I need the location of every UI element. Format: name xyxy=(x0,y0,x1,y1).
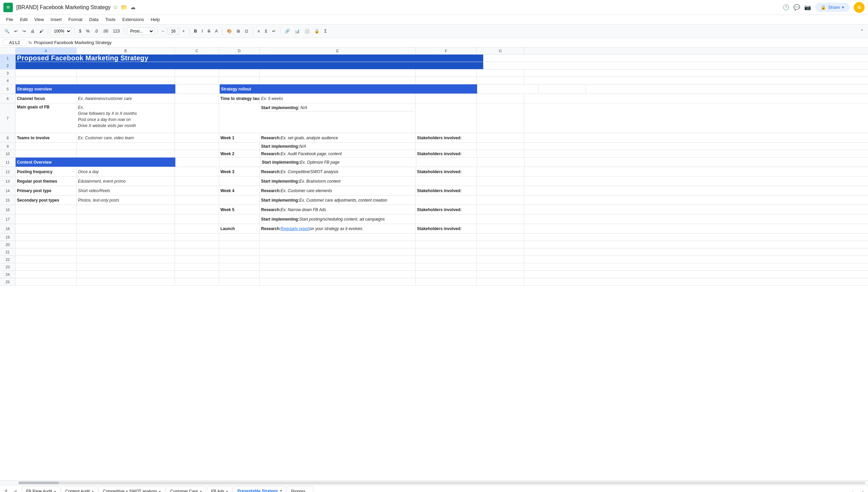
function-btn[interactable]: Σ xyxy=(322,28,328,35)
chart-btn[interactable]: 📊 xyxy=(293,28,301,35)
cell-d9[interactable] xyxy=(219,143,260,150)
cell-c17[interactable] xyxy=(175,214,219,224)
cell-c12[interactable] xyxy=(175,167,219,176)
cell-e17[interactable]: Start implementing: Start posting/schedu… xyxy=(260,214,416,224)
row-num-22[interactable]: 22 xyxy=(0,256,16,263)
expand-btn[interactable]: ⌃ xyxy=(859,28,865,35)
cell-a9[interactable] xyxy=(16,143,77,150)
cell-f11[interactable] xyxy=(416,158,477,167)
cell-c15[interactable] xyxy=(175,196,219,205)
cell-d10[interactable]: Week 2 xyxy=(219,150,260,157)
row-num-2[interactable]: 2 xyxy=(0,62,16,69)
cell-c9[interactable] xyxy=(175,143,219,150)
cell-c10[interactable] xyxy=(175,150,219,157)
horizontal-scrollbar[interactable] xyxy=(18,481,865,484)
cell-c7[interactable] xyxy=(175,103,219,133)
cell-a17[interactable] xyxy=(16,214,77,224)
decimal-inc-btn[interactable]: .00 xyxy=(101,28,110,35)
cell-e12[interactable]: Research: Ex. Competitive/SWOT analysis xyxy=(260,167,416,176)
col-header-f[interactable]: F xyxy=(416,47,477,54)
cell-a14[interactable]: Primary post type xyxy=(16,186,77,195)
row-num-10[interactable]: 10 xyxy=(0,150,16,157)
col-header-b[interactable]: B xyxy=(77,47,175,54)
font-size-box[interactable]: 16 xyxy=(167,28,179,35)
history-icon[interactable]: 🕐 xyxy=(783,4,789,11)
row-num-12[interactable]: 12 xyxy=(0,167,16,176)
cell-e11[interactable]: Start implementing: Ex. Optimize FB page xyxy=(260,158,416,167)
cell-b13[interactable]: Edutainment, event promo xyxy=(77,177,175,186)
redo-btn[interactable]: ↪ xyxy=(21,28,27,35)
cell-a8[interactable]: Teams to involve xyxy=(16,133,77,142)
cell-f5[interactable] xyxy=(477,84,538,94)
merge-btn[interactable]: ⊡ xyxy=(243,28,250,35)
cell-g9[interactable] xyxy=(477,143,524,150)
cell-f9[interactable] xyxy=(416,143,477,150)
cell-d5-e5[interactable]: Strategy rollout xyxy=(220,84,477,94)
cell-a4[interactable] xyxy=(16,77,77,84)
cell-b14[interactable]: Short video/Reels xyxy=(77,186,175,195)
align-btn[interactable]: ≡ xyxy=(256,28,261,35)
decimal-dec-btn[interactable]: .0 xyxy=(93,28,99,35)
col-header-d[interactable]: D xyxy=(219,47,260,54)
font-select[interactable]: Proxi... xyxy=(127,27,154,35)
cell-e14[interactable]: Research: Ex. Customer care elements xyxy=(260,186,416,195)
avatar[interactable]: G xyxy=(854,2,865,13)
add-sheet-button[interactable]: + xyxy=(1,487,11,492)
cell-e15[interactable]: Start implementing: Ex. Customer care ad… xyxy=(260,196,416,205)
cell-c6[interactable] xyxy=(175,94,219,103)
row-num-20[interactable]: 20 xyxy=(0,241,16,248)
cell-g15[interactable] xyxy=(477,196,524,205)
cell-d12[interactable]: Week 3 xyxy=(219,167,260,176)
col-header-g[interactable]: G xyxy=(477,47,524,54)
undo-btn[interactable]: ↩ xyxy=(13,28,19,35)
cell-f14[interactable]: Stakeholders involved: xyxy=(416,186,477,195)
cell-g14[interactable] xyxy=(477,186,524,195)
cell-g10[interactable] xyxy=(477,150,524,157)
cell-b17[interactable] xyxy=(77,214,175,224)
percent-btn[interactable]: % xyxy=(84,28,92,35)
cell-c3[interactable] xyxy=(175,69,219,77)
scrollbar-thumb[interactable] xyxy=(18,481,59,484)
search-btn[interactable]: 🔍 xyxy=(3,28,11,35)
cell-b6[interactable]: Ex. Awareness/customer care xyxy=(77,94,175,103)
cell-a3[interactable] xyxy=(16,69,77,77)
cell-c14[interactable] xyxy=(175,186,219,195)
cell-d3[interactable] xyxy=(219,69,260,77)
cell-b12[interactable]: Once a day xyxy=(77,167,175,176)
cell-g12[interactable] xyxy=(477,167,524,176)
cell-e13[interactable]: Start implementing: Ex. Brainstorm conte… xyxy=(260,177,416,186)
cell-f3[interactable] xyxy=(416,69,477,77)
cell-c13[interactable] xyxy=(175,177,219,186)
cell-a15[interactable]: Secondary post types xyxy=(16,196,77,205)
regularly-report-link[interactable]: Regularly report xyxy=(281,226,310,231)
row-num-6[interactable]: 6 xyxy=(0,94,16,103)
row-num-13[interactable]: 13 xyxy=(0,177,16,186)
cell-g3[interactable] xyxy=(477,69,524,77)
cell-f16[interactable]: Stakeholders involved: xyxy=(416,205,477,214)
cell-a2[interactable] xyxy=(16,62,484,69)
row-num-16[interactable]: 16 xyxy=(0,205,16,214)
tab-content-audit-arrow[interactable]: ▾ xyxy=(92,490,94,492)
cell-b3[interactable] xyxy=(77,69,175,77)
italic-btn[interactable]: I xyxy=(200,28,204,35)
camera-icon[interactable]: 📷 xyxy=(804,4,811,11)
row-num-17[interactable]: 17 xyxy=(0,214,16,224)
borders-btn[interactable]: ⊞ xyxy=(235,28,242,35)
cell-c11[interactable] xyxy=(176,158,220,167)
menu-insert[interactable]: Insert xyxy=(48,16,64,23)
row-num-8[interactable]: 8 xyxy=(0,133,16,142)
cell-e18[interactable]: Research: Regularly report on your strat… xyxy=(260,224,416,233)
tab-customer-care-arrow[interactable]: ▾ xyxy=(200,490,202,492)
tab-content-audit[interactable]: Content Audit ▾ xyxy=(61,486,98,492)
cell-b18[interactable] xyxy=(77,224,175,233)
cell-d18[interactable]: Launch xyxy=(219,224,260,233)
freeze-btn[interactable]: 🔒 xyxy=(313,28,321,35)
row-num-19[interactable]: 19 xyxy=(0,233,16,241)
cell-f6[interactable] xyxy=(416,94,477,103)
tab-competitive-swot-arrow[interactable]: ▾ xyxy=(159,490,161,492)
cell-f7[interactable] xyxy=(416,103,477,133)
menu-file[interactable]: File xyxy=(3,16,16,23)
cell-g18[interactable] xyxy=(477,224,524,233)
cell-a11[interactable]: Content Overview xyxy=(16,158,176,167)
text-color-btn[interactable]: A xyxy=(213,28,219,35)
